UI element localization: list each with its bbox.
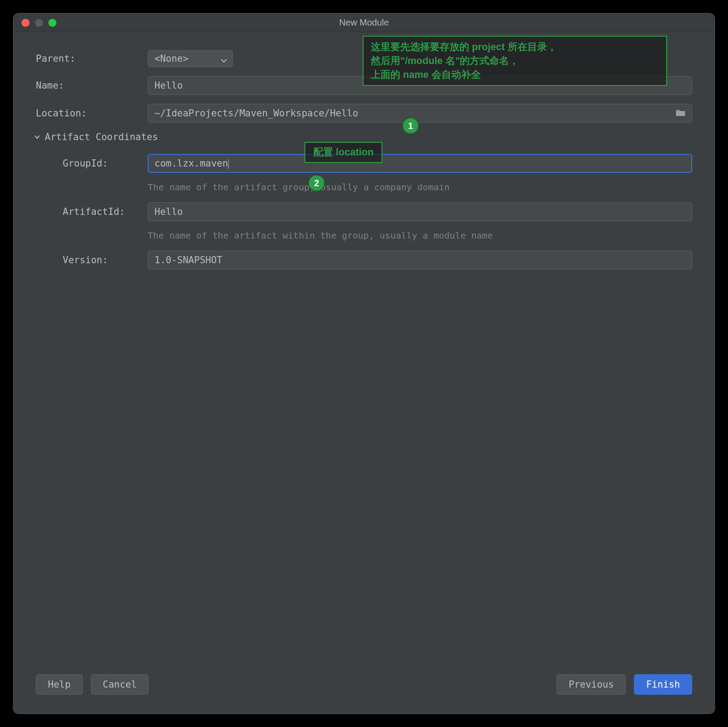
help-button[interactable]: Help <box>36 674 83 695</box>
previous-button[interactable]: Previous <box>557 674 626 695</box>
name-row: Name: Hello <box>36 76 692 95</box>
chevron-down-icon <box>34 132 40 142</box>
chevron-down-icon <box>221 54 227 65</box>
version-row: Version: 1.0-SNAPSHOT <box>63 251 692 269</box>
version-label: Version: <box>63 255 148 265</box>
titlebar: New Module <box>13 13 715 32</box>
name-value: Hello <box>154 80 183 91</box>
browse-folder-icon[interactable] <box>675 108 686 119</box>
artifact-coordinates-toggle[interactable]: Artifact Coordinates <box>34 132 692 142</box>
location-input[interactable]: ~/IdeaProjects/Maven_Workspace/Hello <box>148 104 692 123</box>
parent-select[interactable]: <None> <box>148 50 233 67</box>
groupid-value: com.lzx.maven <box>154 158 228 169</box>
name-label: Name: <box>36 80 148 91</box>
dialog-content: Parent: <None> Name: Hello Location: <box>13 32 715 287</box>
artifact-coordinates-label: Artifact Coordinates <box>45 132 158 142</box>
version-input[interactable]: 1.0-SNAPSHOT <box>148 251 692 269</box>
artifactid-input[interactable]: Hello <box>148 202 692 221</box>
groupid-row: GroupId: com.lzx.maven <box>63 154 692 173</box>
new-module-dialog: New Module Parent: <None> Name: Hello <box>13 13 715 714</box>
text-cursor <box>228 159 229 169</box>
dialog-footer: Help Cancel Previous Finish <box>36 674 692 695</box>
name-input[interactable]: Hello <box>148 76 692 95</box>
version-value: 1.0-SNAPSHOT <box>154 255 223 265</box>
artifactid-label: ArtifactId: <box>63 206 148 217</box>
artifactid-row: ArtifactId: Hello <box>63 202 692 221</box>
artifactid-hint: The name of the artifact within the grou… <box>148 230 692 241</box>
groupid-input[interactable]: com.lzx.maven <box>148 154 692 173</box>
location-row: Location: ~/IdeaProjects/Maven_Workspace… <box>36 104 692 123</box>
window-title: New Module <box>13 17 715 28</box>
groupid-label: GroupId: <box>63 158 148 169</box>
footer-spacer <box>157 674 548 695</box>
parent-row: Parent: <None> <box>36 50 692 67</box>
location-label: Location: <box>36 108 148 119</box>
artifactid-value: Hello <box>154 206 183 217</box>
parent-value: <None> <box>154 53 188 64</box>
parent-label: Parent: <box>36 53 148 64</box>
groupid-hint: The name of the artifact group, usually … <box>148 182 692 192</box>
location-value: ~/IdeaProjects/Maven_Workspace/Hello <box>154 108 358 119</box>
finish-button[interactable]: Finish <box>634 674 692 695</box>
cancel-button[interactable]: Cancel <box>91 674 149 695</box>
